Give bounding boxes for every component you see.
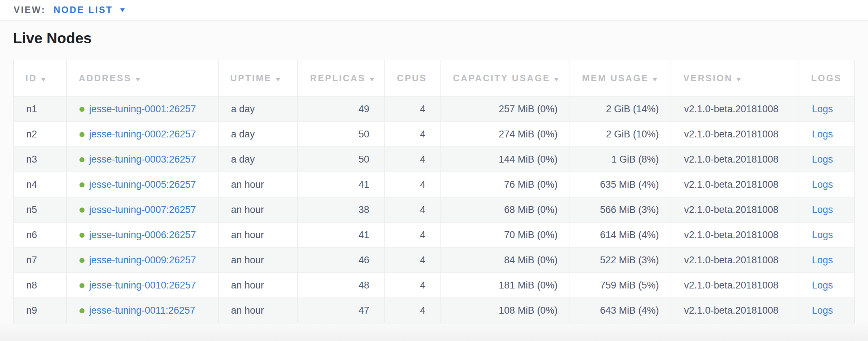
- node-address-link[interactable]: jesse-tuning-0001:26257: [89, 104, 196, 114]
- sort-desc-icon: ▼: [40, 76, 49, 83]
- column-header-mem[interactable]: MEM USAGE▼: [570, 60, 671, 96]
- column-header-replicas[interactable]: REPLICAS▼: [298, 60, 385, 96]
- node-row-n4: n4jesse-tuning-0005:26257an hour41476 Mi…: [13, 172, 855, 197]
- mem-cell: 643 MiB (4%): [570, 298, 671, 323]
- node-address-link[interactable]: jesse-tuning-0011:26257: [89, 305, 195, 316]
- column-header-label: VERSION: [683, 73, 732, 83]
- node-address-link[interactable]: jesse-tuning-0006:26257: [89, 229, 196, 240]
- table-header: ID▼ADDRESS▼UPTIME▼REPLICAS▼CPUSCAPACITY …: [13, 60, 855, 96]
- cpus-cell: 4: [385, 147, 441, 172]
- address-cell: jesse-tuning-0007:26257: [67, 197, 218, 222]
- id-cell: n2: [13, 122, 67, 147]
- node-address-link[interactable]: jesse-tuning-0010:26257: [89, 280, 196, 291]
- id-cell: n3: [13, 147, 67, 172]
- replicas-cell: 50: [298, 122, 385, 147]
- node-row-n9: n9jesse-tuning-0011:26257an hour474108 M…: [13, 298, 855, 323]
- logs-link[interactable]: Logs: [812, 129, 833, 140]
- node-health-icon: [79, 283, 84, 288]
- capacity-cell: 70 MiB (0%): [441, 222, 570, 247]
- logs-cell: Logs: [799, 222, 855, 247]
- view-selector-dropdown[interactable]: NODE LIST ▼: [54, 5, 125, 15]
- id-cell: n6: [13, 222, 67, 247]
- logs-link[interactable]: Logs: [812, 104, 833, 114]
- column-header-label: ID: [26, 73, 37, 83]
- address-cell: jesse-tuning-0001:26257: [67, 96, 218, 122]
- logs-cell: Logs: [799, 298, 855, 323]
- uptime-cell: an hour: [218, 298, 298, 323]
- view-bar: VIEW: NODE LIST ▼: [0, 0, 868, 21]
- node-address-link[interactable]: jesse-tuning-0005:26257: [89, 179, 196, 190]
- column-header-address[interactable]: ADDRESS▼: [67, 60, 218, 96]
- logs-link[interactable]: Logs: [812, 229, 833, 240]
- logs-link[interactable]: Logs: [812, 179, 833, 190]
- capacity-cell: 68 MiB (0%): [441, 197, 570, 222]
- column-header-label: ADDRESS: [79, 73, 132, 83]
- sort-desc-icon: ▼: [368, 76, 377, 83]
- cpus-cell: 4: [385, 96, 441, 122]
- mem-cell: 2 GiB (14%): [570, 96, 671, 122]
- version-cell: v2.1.0-beta.20181008: [671, 96, 799, 122]
- sort-desc-icon: ▼: [274, 76, 283, 83]
- id-cell: n9: [13, 298, 67, 323]
- id-cell: n1: [13, 96, 67, 122]
- version-cell: v2.1.0-beta.20181008: [671, 298, 799, 323]
- logs-link[interactable]: Logs: [812, 255, 833, 265]
- version-cell: v2.1.0-beta.20181008: [671, 122, 799, 147]
- node-row-n5: n5jesse-tuning-0007:26257an hour38468 Mi…: [13, 197, 855, 222]
- capacity-cell: 274 MiB (0%): [441, 122, 570, 147]
- capacity-cell: 84 MiB (0%): [441, 247, 570, 273]
- sort-desc-icon: ▼: [651, 76, 660, 83]
- uptime-cell: a day: [218, 96, 298, 122]
- logs-cell: Logs: [799, 273, 855, 298]
- id-cell: n4: [13, 172, 67, 197]
- id-cell: n5: [13, 197, 67, 222]
- node-health-icon: [79, 182, 84, 187]
- node-row-n6: n6jesse-tuning-0006:26257an hour41470 Mi…: [13, 222, 855, 247]
- logs-link[interactable]: Logs: [812, 204, 833, 215]
- mem-cell: 614 MiB (4%): [570, 222, 671, 247]
- column-header-id[interactable]: ID▼: [13, 60, 67, 96]
- cpus-cell: 4: [385, 122, 441, 147]
- logs-link[interactable]: Logs: [812, 154, 833, 165]
- logs-link[interactable]: Logs: [812, 305, 833, 316]
- live-nodes-table: ID▼ADDRESS▼UPTIME▼REPLICAS▼CPUSCAPACITY …: [13, 60, 855, 323]
- uptime-cell: an hour: [218, 197, 298, 222]
- column-header-label: CAPACITY USAGE: [453, 73, 550, 83]
- table-header-row: ID▼ADDRESS▼UPTIME▼REPLICAS▼CPUSCAPACITY …: [13, 60, 855, 96]
- sort-desc-icon: ▼: [134, 76, 143, 83]
- version-cell: v2.1.0-beta.20181008: [671, 172, 799, 197]
- mem-cell: 522 MiB (3%): [570, 247, 671, 273]
- address-cell: jesse-tuning-0009:26257: [67, 247, 218, 273]
- node-address-link[interactable]: jesse-tuning-0002:26257: [89, 129, 196, 140]
- cpus-cell: 4: [385, 298, 441, 323]
- mem-cell: 566 MiB (3%): [570, 197, 671, 222]
- replicas-cell: 41: [298, 222, 385, 247]
- column-header-capacity[interactable]: CAPACITY USAGE▼: [441, 60, 570, 96]
- logs-cell: Logs: [799, 172, 855, 197]
- capacity-cell: 257 MiB (0%): [441, 96, 570, 122]
- replicas-cell: 38: [298, 197, 385, 222]
- capacity-cell: 144 MiB (0%): [441, 147, 570, 172]
- column-header-cpus: CPUS: [385, 60, 441, 96]
- node-health-icon: [79, 233, 84, 238]
- logs-cell: Logs: [799, 197, 855, 222]
- uptime-cell: a day: [218, 122, 298, 147]
- logs-link[interactable]: Logs: [812, 280, 833, 291]
- column-header-label: UPTIME: [230, 73, 272, 83]
- column-header-version[interactable]: VERSION▼: [671, 60, 799, 96]
- uptime-cell: an hour: [218, 273, 298, 298]
- version-cell: v2.1.0-beta.20181008: [671, 247, 799, 273]
- version-cell: v2.1.0-beta.20181008: [671, 273, 799, 298]
- replicas-cell: 49: [298, 96, 385, 122]
- logs-cell: Logs: [799, 247, 855, 273]
- node-row-n1: n1jesse-tuning-0001:26257a day494257 MiB…: [13, 96, 855, 122]
- node-address-link[interactable]: jesse-tuning-0007:26257: [89, 204, 196, 215]
- node-address-link[interactable]: jesse-tuning-0003:26257: [89, 154, 196, 165]
- node-health-icon: [79, 157, 84, 162]
- logs-cell: Logs: [799, 147, 855, 172]
- page-title: Live Nodes: [13, 21, 855, 47]
- view-selected-value: NODE LIST: [54, 5, 113, 15]
- column-header-uptime[interactable]: UPTIME▼: [218, 60, 298, 96]
- node-address-link[interactable]: jesse-tuning-0009:26257: [89, 255, 196, 265]
- uptime-cell: an hour: [218, 172, 298, 197]
